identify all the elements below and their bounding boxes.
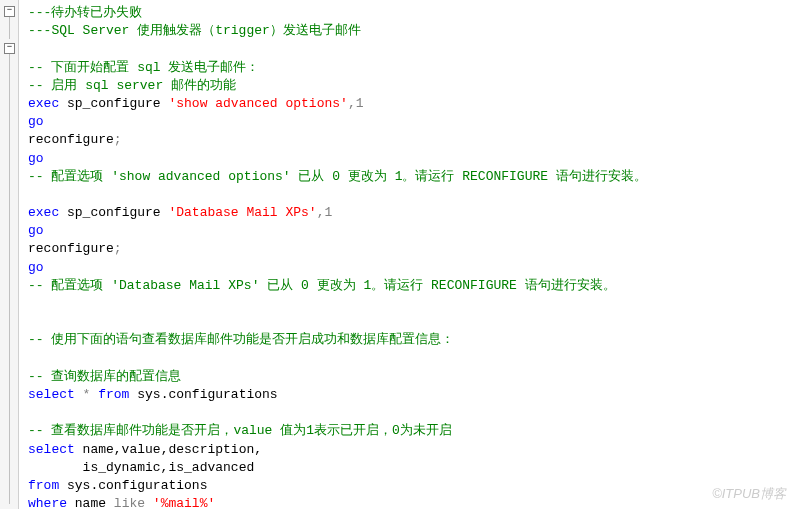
identifier: name,value,description, <box>75 442 262 457</box>
identifier: reconfigure <box>28 132 114 147</box>
keyword: go <box>28 114 44 129</box>
punct: ,1 <box>348 96 364 111</box>
gutter: − − <box>0 0 19 509</box>
keyword: exec <box>28 205 59 220</box>
keyword: select <box>28 387 75 402</box>
keyword: go <box>28 223 44 238</box>
comment: ---待办转已办失败 <box>28 5 142 20</box>
watermark: ©ITPUB博客 <box>712 485 786 503</box>
identifier: reconfigure <box>28 241 114 256</box>
punct: ; <box>114 241 122 256</box>
keyword: go <box>28 151 44 166</box>
comment: -- 下面开始配置 sql 发送电子邮件： <box>28 60 259 75</box>
code-editor: − − ---待办转已办失败 ---SQL Server 使用触发器（trigg… <box>0 0 794 509</box>
identifier: sys.configurations <box>59 478 207 493</box>
keyword: from <box>28 478 59 493</box>
fold-toggle-icon[interactable]: − <box>4 43 15 54</box>
punct: ; <box>114 132 122 147</box>
comment: -- 查询数据库的配置信息 <box>28 369 181 384</box>
comment: -- 启用 sql server 邮件的功能 <box>28 78 236 93</box>
string: 'Database Mail XPs' <box>168 205 316 220</box>
fold-line <box>9 17 10 39</box>
space <box>145 496 153 509</box>
identifier: is_dynamic,is_advanced <box>28 460 254 475</box>
comment: -- 配置选项 'Database Mail XPs' 已从 0 更改为 1。请… <box>28 278 616 293</box>
keyword: go <box>28 260 44 275</box>
fold-line <box>9 54 10 504</box>
identifier: sys.configurations <box>129 387 277 402</box>
comment: -- 查看数据库邮件功能是否开启，value 值为1表示已开启，0为未开启 <box>28 423 452 438</box>
keyword: exec <box>28 96 59 111</box>
comment: -- 配置选项 'show advanced options' 已从 0 更改为… <box>28 169 647 184</box>
string: 'show advanced options' <box>168 96 347 111</box>
keyword: select <box>28 442 75 457</box>
identifier: name <box>67 496 114 509</box>
string: '%mail%' <box>153 496 215 509</box>
punct: ,1 <box>317 205 333 220</box>
operator: like <box>114 496 145 509</box>
comment: ---SQL Server 使用触发器（trigger）发送电子邮件 <box>28 23 361 38</box>
fold-toggle-icon[interactable]: − <box>4 6 15 17</box>
identifier: sp_configure <box>59 96 168 111</box>
code-block: ---待办转已办失败 ---SQL Server 使用触发器（trigger）发… <box>24 0 794 509</box>
identifier: sp_configure <box>59 205 168 220</box>
star: * <box>75 387 98 402</box>
keyword: where <box>28 496 67 509</box>
keyword: from <box>98 387 129 402</box>
comment: -- 使用下面的语句查看数据库邮件功能是否开启成功和数据库配置信息： <box>28 332 454 347</box>
